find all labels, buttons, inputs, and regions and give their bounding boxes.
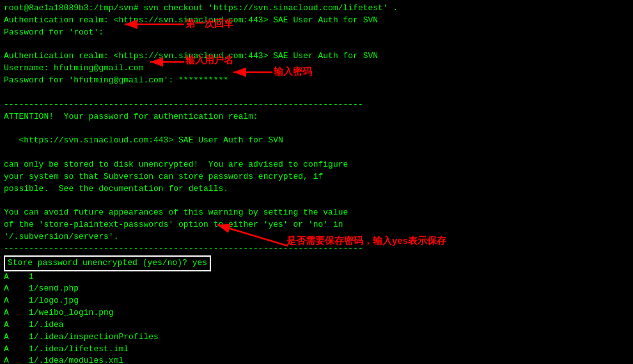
- line-23: A 1: [4, 271, 629, 284]
- annotation-username: 输入用户名: [185, 54, 233, 66]
- line-your-system: your system so that Subversion can store…: [4, 171, 629, 183]
- line-8: [4, 87, 629, 99]
- terminal-window: root@8ae1a18089b3:/tmp/svn# svn checkout…: [0, 0, 633, 364]
- line-empty3: [4, 195, 629, 208]
- terminal-content: root@8ae1a18089b3:/tmp/svn# svn checkout…: [4, 3, 629, 364]
- line-29: A 1/.idea/lifetest.iml: [4, 344, 629, 356]
- line-attention: ATTENTION! Your password for authenticat…: [4, 111, 629, 123]
- line-possible: possible. See the documentation for deta…: [4, 183, 629, 195]
- line-of-the: of the 'store-plaintext-passwords' optio…: [4, 219, 629, 231]
- line-avoid: You can avoid future appearances of this…: [4, 207, 629, 219]
- line-empty1: [4, 123, 629, 135]
- line-24: A 1/send.php: [4, 283, 629, 295]
- line-5: Authentication realm: <https://svn.sinac…: [4, 50, 629, 63]
- line-store-password[interactable]: Store password unencrypted (yes/no)? yes: [4, 255, 211, 271]
- line-url: <https://svn.sinacloud.com:443> SAE User…: [4, 135, 629, 147]
- annotation-save-password: 是否需要保存密码，输入yes表示保存: [286, 235, 446, 247]
- line-2: Authentication realm: <https://svn.sinac…: [4, 15, 629, 27]
- line-6: Username: hfutming@gmail.com: [4, 63, 629, 75]
- line-30: A 1/.idea/modules.xml: [4, 355, 629, 364]
- line-3: Password for 'root':: [4, 27, 629, 39]
- line-7: Password for 'hfutming@gmail.com': *****…: [4, 75, 629, 87]
- line-26: A 1/weibo_login.png: [4, 307, 629, 319]
- line-25: A 1/logo.jpg: [4, 295, 629, 307]
- line-4: [4, 39, 629, 51]
- line-empty2: [4, 147, 629, 159]
- annotation-password: 输入密码: [274, 66, 312, 78]
- line-can-only: can only be stored to disk unencrypted! …: [4, 159, 629, 171]
- line-separator1: ----------------------------------------…: [4, 99, 629, 111]
- line-28: A 1/.idea/inspectionProfiles: [4, 331, 629, 344]
- line-27: A 1/.idea: [4, 319, 629, 331]
- line-1: root@8ae1a18089b3:/tmp/svn# svn checkout…: [4, 3, 629, 15]
- annotation-first-enter: 第一次回车: [185, 18, 233, 30]
